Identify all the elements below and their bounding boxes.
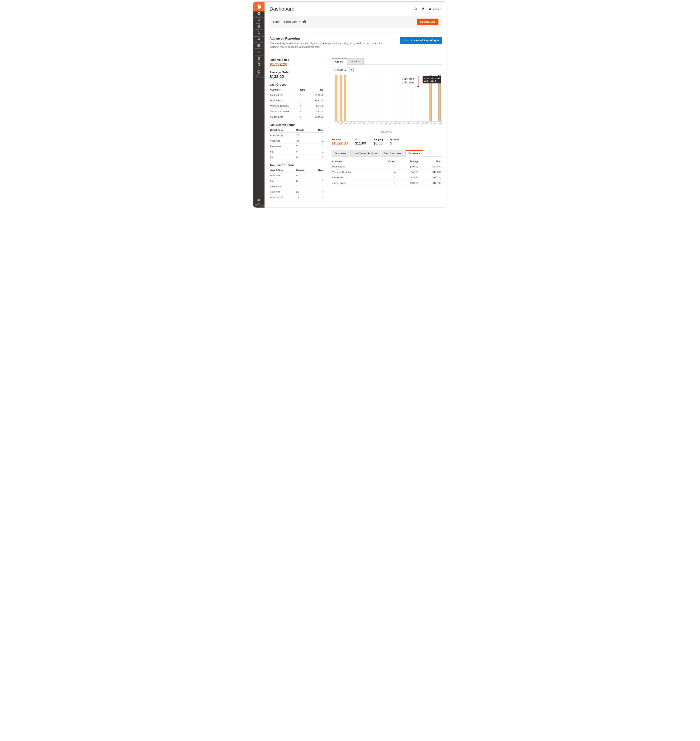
tab-bestsellers[interactable]: Bestsellers (332, 150, 350, 157)
tab-amounts[interactable]: Amounts (347, 58, 364, 65)
go-to-advanced-reporting-button[interactable]: Go to Advanced Reporting ⧉ (400, 37, 442, 44)
table-row[interactable]: bag81 (270, 149, 324, 154)
lower-tabs: BestsellersMost Viewed ProductsNew Custo… (332, 150, 442, 157)
nav-system[interactable]: SYSTEM (253, 63, 265, 69)
magento-icon (256, 4, 262, 9)
table-row[interactable]: Veronica Costello2$78.00 (270, 103, 324, 109)
megaphone-icon (253, 37, 265, 41)
nav-find-partners-bottom[interactable]: FIND PARTNERS & EXTENSIONS (253, 197, 265, 207)
header: Dashboard admin ▼ (270, 6, 442, 12)
chart-tabs: Orders Amounts (332, 58, 442, 65)
table-row[interactable]: yoga mat361 (270, 138, 324, 144)
top-search-table: Search Term Results Uses Backpack51bag81… (270, 168, 324, 200)
cube-icon (253, 198, 265, 202)
search-icon[interactable] (414, 7, 418, 11)
left-column: Lifetime Sales $1,332.20 Average Order $… (270, 58, 324, 200)
table-row[interactable]: Lois Price2$73.70$147.40 (332, 175, 442, 180)
table-row[interactable]: yoga mat361 (270, 189, 324, 195)
cube-icon (253, 70, 265, 73)
last-search-heading: Last Search Terms (270, 123, 324, 127)
period-select[interactable]: Last 24 Hours ▼ (332, 68, 354, 72)
annotation-text: Real-time order data (402, 77, 414, 84)
lifetime-sales: Lifetime Sales $1,332.20 (270, 58, 324, 67)
nav-content[interactable]: CONTENT (253, 44, 265, 50)
last-orders-table: Customer Items Total Madge Ento2$184.00M… (270, 88, 324, 120)
summary-row: Revenue$1,022.80Tax$11.89Shipping$0.00Qu… (332, 138, 442, 145)
storefront-icon (253, 56, 265, 60)
bar-1PM[interactable] (344, 75, 346, 121)
main: Dashboard admin ▼ Scope: All Store Views… (265, 1, 447, 207)
bar-12PM[interactable] (340, 75, 342, 121)
layout-icon (253, 44, 265, 47)
logo[interactable] (253, 1, 265, 12)
summary-shipping: Shipping$0.00 (374, 138, 383, 145)
nav-sales[interactable]: SALES (253, 18, 265, 24)
table-row[interactable]: face mask71 (270, 184, 324, 189)
annotation-bracket (415, 76, 419, 87)
table-row[interactable]: Veronica Costello2$66.00 (270, 109, 324, 114)
table-row[interactable]: hat01 (270, 154, 324, 160)
last-orders-heading: Last Orders (270, 83, 324, 87)
summary-revenue: Revenue$1,022.80 (332, 138, 348, 145)
help-icon[interactable]: ? (303, 21, 306, 23)
caret-down-icon: ▼ (299, 21, 301, 23)
scope-bar: Scope: All Store Views ▼ ? Reload Data (270, 16, 442, 28)
customers-table: Customer Orders Average Total Madge Ento… (332, 159, 442, 186)
table-row[interactable]: Justin Thyme1$101.00$101.00 (332, 180, 442, 186)
page-title: Dashboard (270, 6, 294, 12)
caret-down-icon: ▼ (440, 8, 442, 10)
period-row: Last 24 Hours ▼ (332, 68, 442, 72)
table-row[interactable]: Madge Ento3$134.80 (270, 114, 324, 120)
nav-marketing[interactable]: MARKETING (253, 37, 265, 43)
nav-find-partners[interactable]: FIND PARTNERS & EXTENSIONS (253, 70, 265, 78)
cube-icon (253, 25, 265, 28)
person-icon (253, 31, 265, 35)
reload-data-button[interactable]: Reload Data (417, 19, 438, 25)
table-row[interactable]: Madge Ento2$184.00 (270, 92, 324, 98)
advanced-reporting-heading: Advanced Reporting (270, 37, 393, 40)
admin-dropdown[interactable]: admin ▼ (429, 8, 442, 10)
table-row[interactable]: Madge Ento1$560.00 (270, 98, 324, 103)
nav-customers[interactable]: CUSTOMERS (253, 31, 265, 37)
bar-11AM[interactable] (335, 75, 337, 121)
barchart-icon (253, 50, 265, 54)
last-search-table: Search Term Results Uses exercise ball13… (270, 128, 324, 160)
table-row[interactable]: exercise ball131 (270, 195, 324, 200)
chart-tooltip: 2020-05-20 10:00 Quantity: 1 (422, 76, 441, 84)
nav-catalog[interactable]: CATALOG (253, 25, 265, 31)
summary-quantity: Quantity5 (390, 138, 399, 145)
summary-tax: Tax$11.89 (355, 138, 366, 145)
nav-reports[interactable]: REPORTS (253, 50, 265, 56)
gauge-icon (253, 12, 265, 16)
table-row[interactable]: Madge Ento3$292.93$878.80 (332, 164, 442, 169)
advanced-reporting: Advanced Reporting Gain new insights and… (270, 37, 442, 53)
store-switcher[interactable]: All Store Views ▼ (283, 21, 301, 23)
bell-icon[interactable] (422, 7, 425, 11)
right-column: Orders Amounts Last 24 Hours ▼ 1 0 (332, 58, 442, 186)
caret-down-icon: ▼ (349, 68, 353, 72)
table-row[interactable]: exercise ball131 (270, 133, 324, 138)
nav-dashboard[interactable]: DASHBOARD (253, 12, 265, 18)
average-order: Average Order $133.22 (270, 71, 324, 79)
table-row[interactable]: face mask71 (270, 144, 324, 149)
divider (270, 32, 442, 32)
scope-label: Scope: (273, 21, 280, 23)
advanced-reporting-desc: Gain new insights and take command of yo… (270, 41, 393, 48)
gear-icon (253, 63, 265, 66)
top-search-heading: Top Search Terms (270, 164, 324, 167)
table-row[interactable]: bag81 (270, 178, 324, 184)
tab-customers[interactable]: Customers (406, 150, 423, 157)
sidebar: DASHBOARDSALESCATALOGCUSTOMERSMARKETINGC… (253, 1, 265, 207)
header-actions: admin ▼ (414, 7, 442, 11)
external-link-icon: ⧉ (437, 39, 439, 42)
dollar-icon (253, 18, 265, 22)
nav-stores[interactable]: STORES (253, 56, 265, 63)
tab-new-customers[interactable]: New Customers (381, 150, 404, 157)
user-icon (429, 8, 431, 10)
chart-legend: Quantity (332, 131, 442, 133)
table-row[interactable]: Veronica Costello4$43.25$173.00 (332, 169, 442, 175)
chart-area: 1 0 11AM12PM1PM2PM3PM4PM5PM6PM7PM8PM9PM1… (332, 75, 442, 133)
table-row[interactable]: Backpack51 (270, 173, 324, 178)
tab-most-viewed-products[interactable]: Most Viewed Products (350, 150, 380, 157)
tab-orders[interactable]: Orders (332, 59, 347, 65)
